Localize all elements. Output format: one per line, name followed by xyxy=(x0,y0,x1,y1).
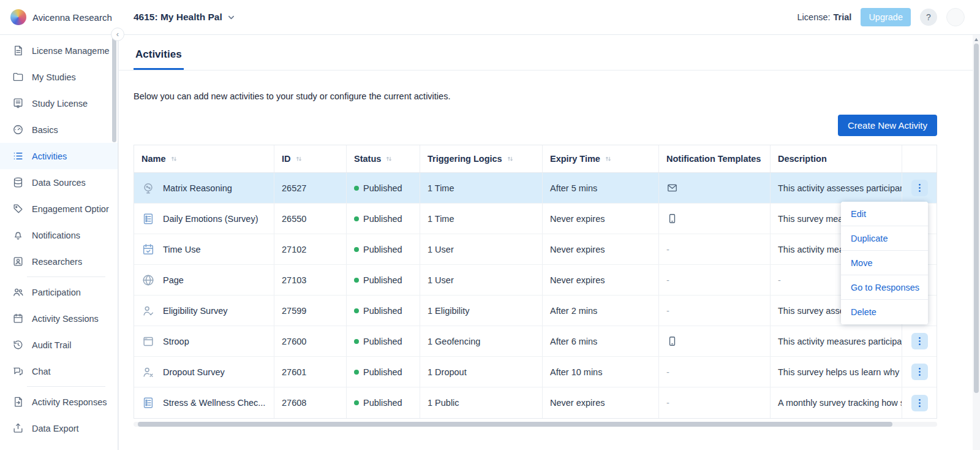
column-header-id[interactable]: ID xyxy=(274,145,347,172)
table-row[interactable]: Page 27103 Published 1 User Never expire… xyxy=(134,265,937,296)
scroll-up-arrow-icon[interactable] xyxy=(974,38,978,41)
vertical-scrollbar[interactable] xyxy=(973,35,980,450)
triggering-logics-cell: 1 Eligibility xyxy=(420,296,543,326)
status-badge: Published xyxy=(363,367,402,377)
horizontal-scrollbar-thumb[interactable] xyxy=(138,422,892,427)
menu-item-edit[interactable]: Edit xyxy=(841,202,928,226)
sort-icon[interactable] xyxy=(506,154,514,163)
sidebar-item-participation[interactable]: Participation xyxy=(0,279,118,305)
expiry-time-cell: Never expires xyxy=(543,234,659,264)
sort-icon[interactable] xyxy=(385,154,393,163)
sidebar-item-label: Basics xyxy=(32,125,58,135)
column-header-triggering-logics[interactable]: Triggering Logics xyxy=(420,145,543,172)
expiry-time-cell: Never expires xyxy=(543,387,659,418)
table-row[interactable]: Stroop 27600 Published 1 Geofencing Afte… xyxy=(134,326,937,357)
actions-cell xyxy=(902,173,937,203)
sidebar-item-activity-responses[interactable]: Activity Responses xyxy=(0,389,118,415)
column-header-name[interactable]: Name xyxy=(134,145,274,172)
sidebar-item-label: Engagement Optior xyxy=(32,204,109,214)
sidebar-item-label: Audit Trail xyxy=(32,340,71,350)
sidebar-item-basics[interactable]: Basics xyxy=(0,116,118,143)
sidebar-item-notifications[interactable]: Notifications xyxy=(0,222,118,248)
name-cell: Time Use xyxy=(134,234,274,264)
expiry-time-cell: Never expires xyxy=(543,265,659,295)
people-icon xyxy=(12,286,24,298)
create-new-activity-button[interactable]: Create New Activity xyxy=(838,115,937,136)
help-button[interactable]: ? xyxy=(920,9,937,26)
actions-cell xyxy=(902,357,937,387)
column-header-status[interactable]: Status xyxy=(347,145,420,172)
name-cell: Page xyxy=(134,265,274,295)
sidebar-item-label: Study License xyxy=(32,99,88,109)
name-cell: Dropout Survey xyxy=(134,357,274,387)
avatar[interactable] xyxy=(946,8,965,26)
activity-name: Eligibility Survey xyxy=(163,306,228,316)
vertical-dots-icon xyxy=(914,182,925,194)
status-badge: Published xyxy=(363,183,402,193)
sidebar-item-activities[interactable]: Activities xyxy=(0,143,118,169)
sidebar-item-label: Activity Sessions xyxy=(32,314,99,324)
sidebar-item-data-sources[interactable]: Data Sources xyxy=(0,169,118,196)
chat-icon xyxy=(12,365,24,377)
table-row[interactable]: Dropout Survey 27601 Published 1 Dropout… xyxy=(134,357,937,387)
status-badge: Published xyxy=(363,245,402,254)
sidebar-collapse-button[interactable]: ‹ xyxy=(111,28,124,41)
status-cell: Published xyxy=(347,204,420,234)
table-row[interactable]: Daily Emotions (Survey) 26550 Published … xyxy=(134,204,937,234)
vertical-dots-icon xyxy=(914,397,925,409)
study-selector[interactable]: 4615: My Health Pal xyxy=(134,12,236,23)
toolbar: Create New Activity xyxy=(134,115,937,136)
sort-icon[interactable] xyxy=(170,154,178,163)
tab-activities[interactable]: Activities xyxy=(134,48,184,70)
sidebar-item-study-license[interactable]: Study License xyxy=(0,90,118,116)
history-icon xyxy=(12,339,24,351)
menu-item-duplicate[interactable]: Duplicate xyxy=(841,226,928,251)
vertical-scrollbar-thumb[interactable] xyxy=(974,44,979,393)
chevron-down-icon xyxy=(227,13,236,22)
row-actions-button[interactable] xyxy=(911,364,928,380)
row-actions-button[interactable] xyxy=(911,395,928,411)
phone-icon xyxy=(666,213,678,224)
menu-item-delete[interactable]: Delete xyxy=(841,300,928,324)
name-cell: Daily Emotions (Survey) xyxy=(134,204,274,234)
id-cell: 27599 xyxy=(274,296,347,326)
sidebar-item-chat[interactable]: Chat xyxy=(0,358,118,384)
table-row[interactable]: Eligibility Survey 27599 Published 1 Eli… xyxy=(134,296,937,326)
column-header-description[interactable]: Description xyxy=(771,145,902,172)
envelope-icon xyxy=(666,182,678,194)
table-row[interactable]: Time Use 27102 Published 1 User Never ex… xyxy=(134,234,937,265)
sidebar-item-label: Data Export xyxy=(32,424,79,433)
sidebar-item-activity-sessions[interactable]: Activity Sessions xyxy=(0,305,118,332)
table-row[interactable]: Matrix Reasoning 26527 Published 1 Time … xyxy=(134,173,937,204)
sort-icon[interactable] xyxy=(604,154,612,163)
sidebar-item-researchers[interactable]: Researchers xyxy=(0,248,118,275)
expiry-time-cell: After 6 mins xyxy=(543,326,659,356)
sidebar-item-label: Chat xyxy=(32,367,51,376)
activity-name: Matrix Reasoning xyxy=(163,183,232,193)
table-row[interactable]: Stress & Wellness Chec... 27608 Publishe… xyxy=(134,387,937,418)
column-header-label: Notification Templates xyxy=(666,154,761,164)
sidebar-item-my-studies[interactable]: My Studies xyxy=(0,64,118,90)
notification-templates-cell xyxy=(659,204,771,234)
sidebar-item-label: Activities xyxy=(32,151,67,161)
sidebar-item-label: Activity Responses xyxy=(32,397,107,407)
actions-cell xyxy=(902,326,937,356)
sidebar-item-data-export[interactable]: Data Export xyxy=(0,415,118,441)
topbar-right: License: Trial Upgrade ? xyxy=(797,8,980,26)
menu-item-move[interactable]: Move xyxy=(841,251,928,275)
upgrade-button[interactable]: Upgrade xyxy=(861,8,911,26)
sidebar-item-audit-trail[interactable]: Audit Trail xyxy=(0,332,118,358)
id-cell: 27103 xyxy=(274,265,347,295)
menu-item-go-to-responses[interactable]: Go to Responses xyxy=(841,275,928,300)
sidebar-item-license-manageme[interactable]: License Manageme xyxy=(0,37,118,64)
row-actions-button[interactable] xyxy=(911,333,928,349)
sidebar-item-engagement-optior[interactable]: Engagement Optior xyxy=(0,196,118,222)
sort-icon[interactable] xyxy=(295,154,303,163)
column-header-notification-templates[interactable]: Notification Templates xyxy=(659,145,771,172)
triggering-logics-cell: 1 User xyxy=(420,265,543,295)
sidebar-scrollbar[interactable] xyxy=(112,37,116,142)
row-actions-button[interactable] xyxy=(911,180,928,196)
column-header-expiry-time[interactable]: Expiry Time xyxy=(543,145,659,172)
export-icon xyxy=(12,422,24,434)
sidebar-item-label: Researchers xyxy=(32,257,82,267)
